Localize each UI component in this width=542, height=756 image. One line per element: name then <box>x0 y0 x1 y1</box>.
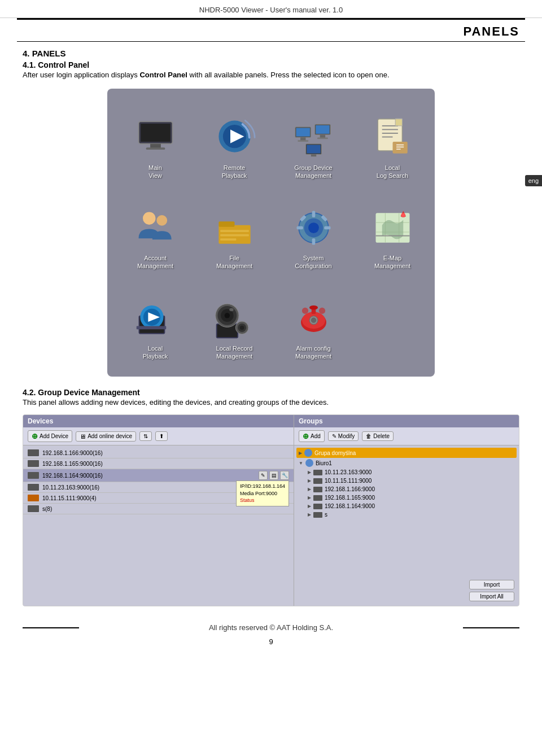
svg-point-29 <box>143 212 156 225</box>
groups-panel: Groups ⊕ Add ✎ Modify 🗑 Delete <box>294 415 519 606</box>
device-item: 192.168.1.165:9000(16) <box>23 458 294 469</box>
monitor-icon <box>133 115 178 160</box>
device-item-selected: 192.168.1.164:9000(16) ✎ ▤ 🔧 IP/ID:192.1… <box>23 469 294 482</box>
svg-point-47 <box>401 213 405 218</box>
svg-rect-16 <box>307 145 320 154</box>
svg-rect-33 <box>220 230 249 233</box>
local-playback-icon <box>133 296 178 341</box>
device-icon <box>28 449 39 456</box>
tree-item[interactable]: ▶ s <box>296 510 517 519</box>
svg-rect-3 <box>146 148 165 150</box>
wrench-icon[interactable]: 🔧 <box>280 471 289 480</box>
svg-rect-14 <box>317 138 328 139</box>
rule-thin <box>17 41 525 42</box>
local-record-icon <box>212 296 257 341</box>
panels-right-heading: PANELS <box>0 20 542 39</box>
section41-description: After user login application displays Co… <box>23 69 519 81</box>
device-rect-icon <box>313 487 322 492</box>
delete-icon[interactable]: ▤ <box>269 471 278 480</box>
svg-marker-24 <box>395 119 402 126</box>
tree-item[interactable]: ▶ 192.168.1.164:9000 <box>296 502 517 510</box>
devices-title: Devices <box>23 415 294 427</box>
plus-icon: ⊕ <box>303 432 309 440</box>
panel-item-local-record: Local RecordManagement <box>198 281 271 365</box>
device-rect-icon <box>313 512 322 518</box>
tree-item[interactable]: ▶ 10.11.15.111:9000 <box>296 477 517 485</box>
panel-label-account: AccountManagement <box>137 254 173 270</box>
section42-heading: 4.2. Group Device Management <box>23 388 519 397</box>
tree-item[interactable]: ▶ 192.168.1.165:9000 <box>296 493 517 502</box>
devices-toolbar: ⊕ Add Device 🖥 Add online device ⇅ ⬆ <box>23 427 294 445</box>
devices-panel: Devices ⊕ Add Device 🖥 Add online device… <box>23 415 294 606</box>
panel-item-remote-playback: RemotePlayback <box>198 100 271 185</box>
import-all-button[interactable]: Import All <box>469 592 514 601</box>
svg-rect-25 <box>392 142 407 154</box>
panel-label-file: FileManagement <box>216 254 252 270</box>
chevron-right-icon: ▶ <box>308 504 311 509</box>
svg-rect-8 <box>296 128 309 137</box>
modify-group-button[interactable]: ✎ Modify <box>328 431 359 441</box>
group-device-icon <box>291 115 336 160</box>
edit-icon[interactable]: ✎ <box>259 471 268 480</box>
add-group-button[interactable]: ⊕ Add <box>299 430 325 442</box>
groups-footer: Import Import All <box>294 575 519 606</box>
panel-item-alarm: Alarm configManagement <box>277 281 350 365</box>
add-online-device-button[interactable]: 🖥 Add online device <box>76 431 136 442</box>
panel-item-main-view: MainView <box>119 100 192 185</box>
svg-rect-1 <box>141 124 171 142</box>
panel-label-system-config: SystemConfiguration <box>295 254 331 270</box>
monitor-small-icon: 🖥 <box>80 433 86 440</box>
panel-grid-container: MainView RemotePlayback <box>23 89 519 377</box>
groups-tree: ▶ Grupa domyślna ▼ Biuro1 ▶ 10.11.23.163… <box>294 445 519 575</box>
page-number: 9 <box>0 637 542 652</box>
file-icon <box>212 206 257 251</box>
log-search-icon <box>370 115 415 160</box>
plus-icon: ⊕ <box>32 432 38 440</box>
panel-item-file: FileManagement <box>198 190 271 275</box>
svg-rect-53 <box>136 326 166 330</box>
section41-heading: 4.1. Control Panel <box>23 60 519 69</box>
panel-item-log-search: LocalLog Search <box>356 100 429 185</box>
alarm-icon <box>291 296 336 341</box>
svg-point-63 <box>239 326 244 330</box>
svg-rect-2 <box>150 144 161 148</box>
group-circle-icon <box>305 459 313 467</box>
panel-label-log-search: LocalLog Search <box>377 164 408 180</box>
device-item: 192.168.1.166:9000(16) <box>23 448 294 458</box>
tree-item[interactable]: ▶ 10.11.23.163:9000 <box>296 468 517 477</box>
device-rect-icon <box>313 504 322 509</box>
panel-item-system-config: SystemConfiguration <box>277 190 350 275</box>
svg-rect-40 <box>312 239 315 245</box>
tooltip-media-port: Media Port:9000 <box>240 490 285 497</box>
svg-rect-10 <box>298 141 308 142</box>
add-device-button[interactable]: ⊕ Add Device <box>28 430 72 442</box>
tooltip-ip: IP/ID:192.168.1.164 <box>240 483 285 490</box>
refresh-button[interactable]: ⬆ <box>155 431 168 441</box>
svg-rect-42 <box>324 226 330 230</box>
delete-group-button[interactable]: 🗑 Delete <box>362 431 394 441</box>
section4-heading: 4. PANELS <box>23 49 519 58</box>
device-icon <box>28 505 39 512</box>
chevron-right-icon: ▶ <box>308 487 311 492</box>
panel-label-group-device: Group DeviceManagement <box>294 164 332 180</box>
device-rect-icon <box>313 470 322 475</box>
device-icon-orange <box>28 495 39 501</box>
device-rect-icon <box>313 478 322 484</box>
tree-item-biuro1[interactable]: ▼ Biuro1 <box>296 458 517 468</box>
tree-item-grupa[interactable]: ▶ Grupa domyślna <box>296 448 517 458</box>
footer-line-right <box>463 627 519 628</box>
chevron-right-icon: ▶ <box>308 478 311 483</box>
device-actions: ✎ ▤ 🔧 <box>259 471 289 480</box>
section42-description: This panel allows adding new devices, ed… <box>23 397 519 408</box>
import-button[interactable]: Import <box>469 580 514 589</box>
sort-button[interactable]: ⇅ <box>139 431 152 441</box>
eng-tab: eng <box>525 175 542 186</box>
svg-point-71 <box>301 308 308 314</box>
tree-item[interactable]: ▶ 192.168.1.166:9000 <box>296 485 517 493</box>
devices-list: 192.168.1.166:9000(16) 192.168.1.165:900… <box>23 445 294 606</box>
panel-label-local-record: Local RecordManagement <box>216 344 253 361</box>
svg-point-59 <box>224 313 229 318</box>
device-rect-icon <box>313 495 322 501</box>
panel-item-local-playback: LocalPlayback <box>119 281 192 365</box>
panel-label-local-playback: LocalPlayback <box>143 344 168 361</box>
